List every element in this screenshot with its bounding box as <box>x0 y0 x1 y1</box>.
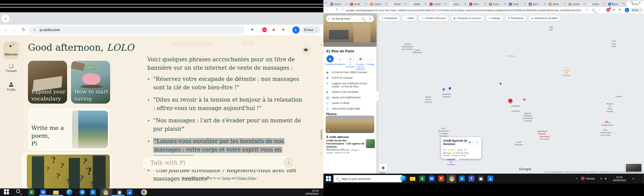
card-write-poem[interactable]: Write me a poem, Pi <box>28 108 110 151</box>
network-icon[interactable]: ▲ <box>600 177 602 180</box>
taskbar-app-icon[interactable] <box>4 189 9 194</box>
taskbar-app-icon[interactable]: ✱ <box>79 189 85 195</box>
bookmark-star-icon[interactable]: ☆ <box>598 8 601 11</box>
place-info-row[interactable]: ◉ 41 Rue de Paris, 95500 Gonesse <box>326 71 374 74</box>
map-place-label[interactable]: Casino <box>615 95 622 98</box>
taskbar-app-icon[interactable] <box>410 177 415 181</box>
taskbar-app-icon[interactable] <box>103 189 109 195</box>
url-bar[interactable]: ≡ pi.ai/discover <box>29 26 244 34</box>
map-place-label[interactable]: Laboratoire Bioclinic <box>537 130 548 135</box>
place-info-row[interactable]: ◈ Ajouter un lieu manquant <box>326 90 374 94</box>
taskbar-app-icon[interactable] <box>67 189 72 195</box>
browser-tab[interactable]: ❝ Comn ✕ <box>488 1 507 7</box>
taskbar-app-icon[interactable] <box>141 189 147 195</box>
tab-close-icon[interactable]: ✕ <box>504 3 506 5</box>
search-icon[interactable] <box>362 18 364 20</box>
tray-app-icon[interactable] <box>581 177 584 180</box>
taskbar-app-icon[interactable]: X <box>29 189 34 195</box>
taskbar-app-icon[interactable]: O <box>90 189 96 195</box>
profile-avatar[interactable]: L <box>625 8 629 12</box>
tab-search-chevron-icon[interactable]: ∨ <box>2 15 10 22</box>
browser-tab[interactable]: ∫ LwsPa ✕ <box>369 1 388 7</box>
taskbar-clock[interactable]: 13:16 25/05/2024 <box>291 189 319 195</box>
profile-error-button[interactable]: Erreur ⋮ <box>302 26 320 34</box>
bookmark-star-icon[interactable]: ★ <box>250 27 254 32</box>
profile-avatar[interactable]: L <box>292 26 300 34</box>
poi-pin[interactable] <box>448 86 452 91</box>
poi-dot-flower[interactable] <box>605 120 608 123</box>
main-location-pin[interactable] <box>507 98 513 104</box>
zoom-icon[interactable] <box>592 9 595 11</box>
back-icon[interactable]: ← <box>4 27 8 32</box>
tab-close-icon[interactable]: ✕ <box>524 3 526 5</box>
tab-close-icon[interactable]: ✕ <box>564 3 565 5</box>
browser-tab[interactable]: ∫ LwsPa ✕ <box>567 1 587 7</box>
panel-collapse-chevron[interactable]: ‹ <box>377 91 380 101</box>
tab-close-icon[interactable]: ✕ <box>385 3 387 5</box>
volume-icon[interactable]: ◀ <box>605 177 606 180</box>
place-action-button[interactable]: ▯ Enregistrer <box>335 55 345 71</box>
browser-tab[interactable]: cP cPane ✕ <box>587 1 607 7</box>
tab-close-icon[interactable]: ✕ <box>583 3 585 5</box>
extensions-puzzle-icon[interactable]: ❖ <box>619 8 621 11</box>
category-chip[interactable]: ⌂ Hôtels <box>402 15 417 21</box>
forward-icon[interactable]: → <box>331 8 333 11</box>
place-info-row[interactable]: ✎ Suggérer une modification du lieu suiv… <box>326 82 374 88</box>
taskbar-app-icon[interactable]: X <box>419 176 425 181</box>
browser-tab[interactable]: cP cPane ✕ <box>389 1 408 7</box>
map-place-label[interactable]: Bureau du Pass Navigo <box>607 102 613 113</box>
map-place-label[interactable]: AXA Assurances Courtage Gonesse <box>438 127 449 137</box>
taskbar-clock[interactable]: 13:16 25/05/2024 <box>611 176 628 182</box>
taskbar-app-icon[interactable]: ▲ <box>487 176 493 181</box>
scroll-up-icon[interactable]: ▲ <box>320 43 322 45</box>
taskbar-app-icon[interactable]: T <box>468 176 474 181</box>
maps-search-box[interactable]: ≡ 41 Rue de Paris ✕ <box>326 15 374 22</box>
url-text[interactable]: google.com/maps/place/41+Rue+de+Paris,+9… <box>346 9 581 12</box>
browser-tab[interactable]: B institu ✕ <box>408 1 428 7</box>
category-chip[interactable]: P Parkings <box>486 15 503 21</box>
popup-directions-button[interactable]: ◆ <box>467 139 473 145</box>
tab-close-icon[interactable]: ✕ <box>603 3 605 5</box>
site-settings-icon[interactable]: ≡ <box>34 28 35 32</box>
map-place-label[interactable]: Laverie Automatique de Gonesse <box>402 43 413 50</box>
poi-pin[interactable] <box>442 87 446 92</box>
taskbar-app-icon[interactable]: O <box>459 176 465 181</box>
reload-icon[interactable]: ↻ <box>336 8 338 11</box>
tray-label[interactable]: Résultat <box>586 177 595 180</box>
taskbar-app-icon[interactable]: ▦ <box>117 189 122 195</box>
back-icon[interactable]: ← <box>326 8 328 11</box>
place-action-button[interactable]: ◆ Itinéraires <box>325 55 335 71</box>
notification-center-icon[interactable]: ▭ <box>632 177 634 180</box>
place-info-row[interactable]: ◇ Ajouter un libellé <box>326 102 374 105</box>
send-button[interactable]: ↑ <box>283 157 294 168</box>
browser-tab[interactable]: G menu ✕ <box>448 1 468 7</box>
map-place-label[interactable]: ALD Cordonnerie de la Gare <box>600 129 611 136</box>
browser-tab[interactable]: ▣ Qui S ✕ <box>527 1 547 7</box>
tab-search-chevron-icon[interactable]: ∨ <box>325 2 327 4</box>
map-popup-credit-agricole[interactable]: Crédit Agricole de Gonesse ◆ ▯ 4,7 ★★★★★… <box>441 137 481 159</box>
map-place-label[interactable]: Bel Hair <box>549 26 553 31</box>
site-settings-icon[interactable]: ≡ <box>342 8 343 11</box>
taskbar-app-icon[interactable] <box>400 176 406 181</box>
tab-close-icon[interactable]: ✕ <box>484 3 486 5</box>
cast-icon[interactable]: ▭ <box>586 8 588 11</box>
new-tab-icon[interactable]: + <box>611 2 613 5</box>
popup-save-button[interactable]: ▯ <box>473 139 480 145</box>
kebab-menu-icon[interactable]: ⋮ <box>315 28 318 32</box>
sidebar-item-profile[interactable]: Profile <box>0 82 22 91</box>
taskbar-app-icon[interactable] <box>16 189 20 193</box>
poi-dot-green[interactable] <box>499 82 502 85</box>
browser-tab[interactable]: C Proje ✕ <box>508 1 527 7</box>
taskbar-app-icon[interactable]: ▲ <box>127 189 132 195</box>
map-place-label[interactable]: Mutombo Rosette <box>442 93 451 98</box>
category-chip[interactable]: ▦ Transports en commun <box>451 15 484 21</box>
sidebar-item-threads[interactable]: ❏ Threads <box>0 63 22 73</box>
sidebar-item-discover[interactable]: ✦✦ Discover <box>3 41 19 59</box>
browser-tab[interactable]: ▶ Comm ✕ <box>428 1 448 7</box>
tab-close-icon[interactable]: ✕ <box>544 3 546 5</box>
adblock-extension-icon[interactable]: ABP <box>262 27 267 32</box>
browser-tab[interactable]: ▶ #Oce ✕ <box>468 1 487 7</box>
menu-icon[interactable]: ≡ <box>328 17 330 20</box>
browser-tab[interactable]: ▚ [Instit ✕ <box>349 1 368 7</box>
card-question-marks[interactable]: ? ? ? ? ? ? ? ? ? <box>22 152 112 188</box>
